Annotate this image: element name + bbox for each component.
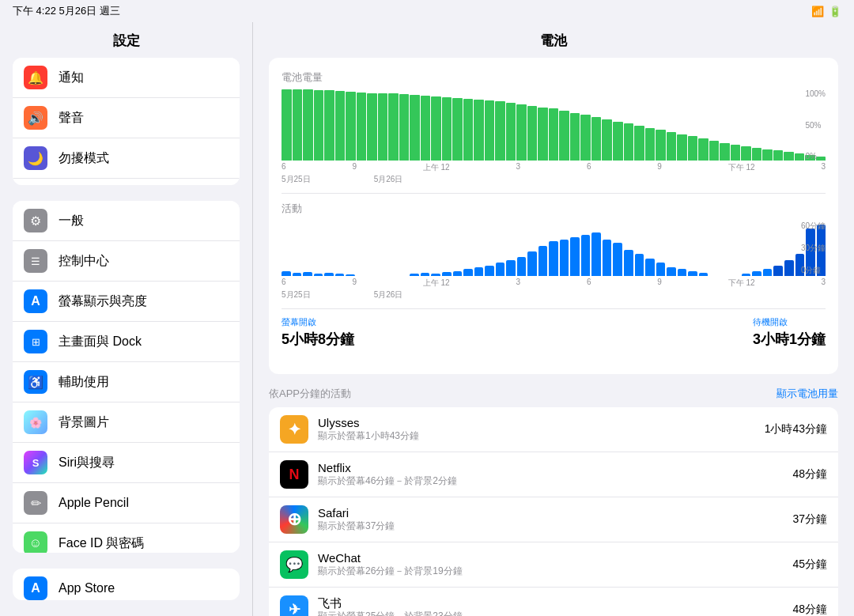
app-name: Safari: [318, 506, 792, 520]
activity-bar: [293, 273, 302, 275]
battery-x-labels: 6 9 上午 12 3 6 9 下午 12 3: [282, 162, 826, 173]
standby-block: 待機開啟 3小時1分鐘: [753, 316, 826, 349]
app-icon: ✦: [280, 415, 308, 444]
battery-bar: [613, 122, 623, 161]
battery-bar: [367, 93, 377, 161]
activity-bar: [763, 269, 773, 276]
battery-bar: [634, 126, 644, 161]
app-item[interactable]: ✦Ulysses顯示於螢幕1小時43分鐘1小時43分鐘: [269, 407, 838, 452]
app-name: Netflix: [318, 461, 792, 475]
sidebar-item-donotdisturb[interactable]: 🌙 勿擾模式: [13, 138, 240, 179]
app-detail: 顯示於螢幕25分鐘－於背景23分鐘: [318, 610, 792, 616]
battery-bar: [656, 130, 666, 161]
battery-bar: [293, 89, 303, 161]
battery-y-100: 100%: [805, 89, 826, 98]
app-info: 飞书顯示於螢幕25分鐘－於背景23分鐘: [318, 596, 792, 616]
battery-bar: [667, 132, 677, 161]
battery-bar: [538, 108, 548, 161]
battery-bar: [431, 96, 441, 161]
sidebar-item-display[interactable]: A 螢幕顯示與亮度: [13, 282, 240, 322]
battery-bar: [452, 98, 463, 161]
battery-bar: [527, 106, 538, 161]
sidebar-item-screentime[interactable]: ⏱ 螢幕使用時間: [13, 179, 240, 185]
sidebar-item-applepencil[interactable]: ✏ Apple Pencil: [13, 483, 240, 523]
activity-bar: [667, 267, 676, 276]
sidebar-item-controlcenter[interactable]: ☰ 控制中心: [13, 241, 240, 282]
screen-time-row: 螢幕開啟 5小時8分鐘 待機開啟 3小時1分鐘: [282, 316, 826, 349]
app-icon: ⊕: [280, 505, 308, 534]
sidebar-item-sound[interactable]: 🔊 聲音: [13, 98, 240, 138]
app-item[interactable]: NNetflix顯示於螢幕46分鐘－於背景2分鐘48分鐘: [269, 452, 838, 497]
sidebar-title: 設定: [0, 22, 252, 58]
app-item[interactable]: ✈飞书顯示於螢幕25分鐘－於背景23分鐘48分鐘: [269, 588, 838, 616]
donotdisturb-icon: 🌙: [24, 146, 47, 170]
applepencil-label: Apple Pencil: [59, 496, 129, 510]
sidebar-item-accessibility[interactable]: ♿ 輔助使用: [13, 362, 240, 402]
status-bar: 下午 4:22 5月26日 週三 📶 🔋: [0, 0, 854, 22]
activity-bar: [591, 232, 601, 275]
battery-bar: [752, 148, 762, 161]
general-label: 一般: [59, 213, 84, 229]
battery-bar: [762, 149, 773, 161]
controlcenter-label: 控制中心: [59, 253, 109, 270]
battery-bar: [720, 143, 730, 161]
appstore-label: App Store: [59, 581, 115, 595]
battery-y-0: 0%: [805, 152, 826, 161]
activity-bar: [678, 269, 687, 276]
activity-bar: [463, 269, 473, 276]
sound-icon: 🔊: [24, 106, 47, 130]
notification-label: 通知: [59, 70, 84, 86]
app-time: 37分鐘: [792, 512, 827, 527]
notification-icon: 🔔: [24, 66, 47, 89]
battery-bar: [795, 153, 805, 161]
battery-bar: [688, 136, 698, 161]
battery-bar: [410, 95, 420, 161]
content-panel: 電池 電池電量 100% 50% 0% 6 9 上午 12: [253, 22, 854, 616]
activity-bar: [517, 257, 527, 276]
battery-y-labels: 100% 50% 0%: [805, 89, 826, 161]
battery-chart-container: 電池電量 100% 50% 0% 6 9 上午 12 3 6 9 下: [269, 58, 838, 374]
activity-y-labels: 60分鐘 30分鐘 0分鐘: [801, 221, 826, 276]
display-label: 螢幕顯示與亮度: [59, 293, 147, 310]
sidebar-item-general[interactable]: ⚙ 一般: [13, 201, 240, 241]
sidebar-item-appstore[interactable]: A App Store: [13, 569, 240, 600]
homescreen-icon: ⊞: [24, 330, 47, 353]
general-icon: ⚙: [24, 209, 47, 232]
activity-bar: [453, 271, 463, 275]
battery-bar: [485, 100, 495, 161]
app-item[interactable]: 💬WeChat顯示於螢幕26分鐘－於背景19分鐘45分鐘: [269, 542, 838, 588]
sidebar-item-faceid[interactable]: ☺ Face ID 與密碼: [13, 523, 240, 553]
battery-bar: [709, 141, 720, 161]
activity-bar: [613, 243, 622, 275]
activity-bar: [485, 266, 494, 276]
activity-bar: [656, 263, 666, 275]
battery-bar: [303, 89, 313, 161]
faceid-label: Face ID 與密碼: [59, 535, 144, 552]
show-battery-link[interactable]: 顯示電池用量: [777, 387, 838, 401]
activity-bar: [282, 271, 291, 275]
activity-bar: [624, 250, 633, 276]
activity-bar: [527, 251, 537, 275]
sidebar-item-wallpaper[interactable]: 🌸 背景圖片: [13, 402, 240, 443]
battery-bar: [495, 101, 505, 161]
battery-bar: [463, 99, 474, 161]
sidebar-item-homescreen[interactable]: ⊞ 主畫面與 Dock: [13, 322, 240, 362]
activity-bar: [645, 259, 655, 276]
wallpaper-icon: 🌸: [24, 410, 47, 434]
app-usage-label: 依APP分鐘的活動: [269, 387, 351, 401]
app-icon: N: [280, 460, 308, 489]
sidebar-item-siri[interactable]: S Siri與搜尋: [13, 443, 240, 483]
activity-bar: [335, 274, 345, 275]
battery-bar: [357, 93, 367, 161]
app-item[interactable]: ⊕Safari顯示於螢幕37分鐘37分鐘: [269, 497, 838, 542]
activity-bar: [603, 240, 612, 276]
battery-bar: [346, 92, 356, 161]
on-screen-value: 5小時8分鐘: [282, 330, 354, 349]
battery-bar: [324, 90, 334, 161]
sidebar-item-notification[interactable]: 🔔 通知: [13, 58, 240, 98]
activity-bar: [635, 254, 644, 275]
app-list: ✦Ulysses顯示於螢幕1小時43分鐘1小時43分鐘NNetflix顯示於螢幕…: [269, 407, 838, 616]
app-name: 飞书: [318, 596, 792, 610]
activity-bar: [549, 241, 558, 275]
battery-bar: [474, 100, 484, 161]
